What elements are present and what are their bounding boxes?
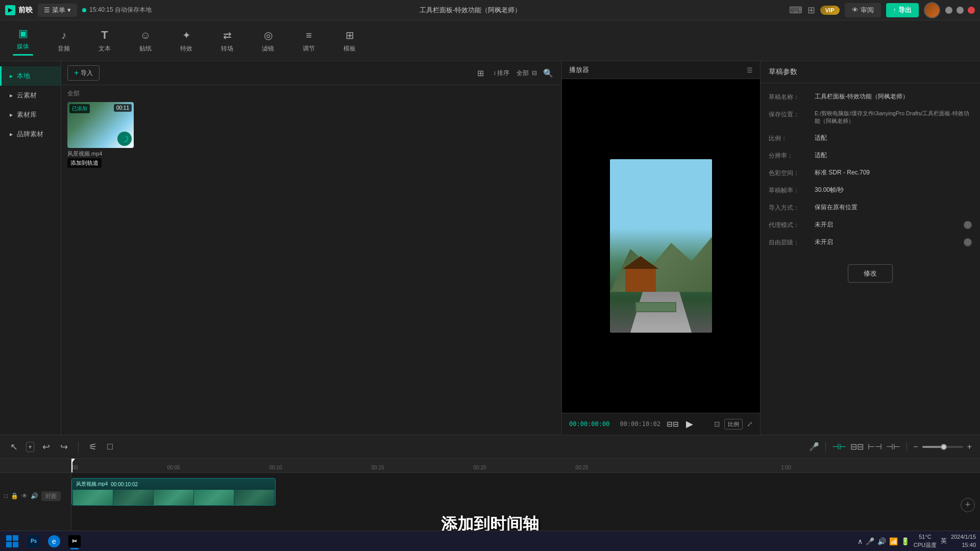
toolbar-item-filter[interactable]: ◎ 滤镜 — [255, 28, 281, 53]
clip-thumb-2 — [113, 490, 153, 506]
ruler-marks: 00:00 00:05 00:10 00:15 00:20 00:25 1:00 — [71, 459, 980, 472]
fullscreen-button[interactable]: ⤢ — [747, 420, 753, 428]
app-logo: ▶ 前映 — [5, 5, 33, 15]
zoom-slider[interactable] — [922, 446, 963, 448]
toolbar-item-effects[interactable]: ✦ 特效 — [174, 28, 199, 53]
tl-sep2 — [906, 442, 907, 452]
export-button[interactable]: ↑ 导出 — [886, 3, 919, 17]
toolbar-item-text[interactable]: T 文本 — [92, 28, 117, 53]
param-value-ratio: 适配 — [815, 134, 972, 142]
track-eye-button[interactable]: 👁 — [21, 492, 28, 499]
undo-button[interactable]: ↩ — [40, 439, 52, 455]
delete-button[interactable]: □ — [105, 439, 115, 454]
redo-button[interactable]: ↪ — [58, 439, 70, 455]
taskbar-app-capcut[interactable]: ✂ — [65, 532, 84, 550]
toolbar-item-media[interactable]: ▣ 媒体 — [10, 26, 36, 56]
sidebar-item-cloud[interactable]: ▶ 云素材 — [0, 86, 61, 105]
close-button[interactable] — [968, 7, 975, 14]
language-button[interactable]: 英 — [941, 537, 947, 545]
video-clip[interactable]: 风景视频.mp4 00:00:10:02 — [71, 478, 276, 506]
toolbar-item-audio[interactable]: ♪ 音频 — [51, 28, 77, 53]
battery-tray-icon[interactable]: 🔋 — [901, 537, 910, 545]
param-row-proxy: 代理模式： 未开启 ⓘ — [761, 216, 980, 234]
text-icon: T — [97, 28, 112, 42]
start-button[interactable] — [4, 533, 20, 549]
zoom-handle[interactable] — [941, 444, 947, 450]
player-video-area — [562, 79, 760, 413]
media-grid: 已添加 00:11 风景视频.mp4 添加到轨道 — [67, 102, 555, 158]
magnetic-split-button[interactable]: ⊣⊢ — [832, 442, 846, 452]
toolbar-item-transition[interactable]: ⇄ 转场 — [214, 28, 240, 53]
clip-thumb-5 — [234, 490, 274, 506]
sort-button[interactable]: ↕ 排序 — [490, 67, 512, 79]
track-lock-button[interactable]: □ — [4, 492, 8, 499]
add-track-button[interactable]: + — [961, 498, 975, 512]
modify-button[interactable]: 修改 — [848, 264, 893, 283]
ruler-mark-1: 00:05 — [167, 465, 180, 470]
toolbar-item-template[interactable]: ⊞ 模板 — [337, 28, 362, 53]
media-thumbnail[interactable]: 已添加 00:11 — [67, 102, 134, 148]
track-lock-icon[interactable]: 🔒 — [11, 492, 18, 499]
menu-button[interactable]: ☰ 菜单 ▾ — [38, 4, 77, 17]
review-button[interactable]: 👁 审阅 — [845, 3, 881, 17]
user-avatar[interactable] — [924, 2, 940, 18]
split-button[interactable]: ⚟ — [87, 439, 99, 455]
import-button[interactable]: + 导入 — [67, 65, 100, 81]
cursor-tool-button[interactable]: ↖ — [8, 439, 20, 455]
proxy-info-icon[interactable]: ⓘ — [964, 221, 972, 229]
layout-icon[interactable]: ⊞ — [807, 5, 815, 16]
param-row-import: 导入方式： 保留在原有位置 — [761, 199, 980, 216]
cursor-option-button[interactable]: ▾ — [26, 442, 34, 452]
sidebar-item-brand[interactable]: ▶ 品牌素材 — [0, 124, 61, 144]
track-audio-button[interactable]: 🔊 — [31, 492, 38, 499]
playhead[interactable] — [71, 459, 72, 472]
sidebar-item-local[interactable]: ▶ 本地 — [0, 66, 61, 86]
playhead-triangle — [71, 459, 75, 463]
media-toolbar-right: ⊞ ↕ 排序 全部 ⊟ 🔍 — [475, 66, 555, 80]
multi-track-button[interactable]: ⊣⊢ — [886, 442, 900, 452]
taskbar: Ps e ✂ ∧ 🎤 🔊 📶 🔋 51°C CPU温度 英 2024/1/15 … — [0, 531, 980, 551]
zoom-in-button[interactable]: + — [967, 442, 972, 452]
system-clock[interactable]: 2024/1/15 15:40 — [951, 533, 976, 549]
vip-badge[interactable]: VIP — [820, 6, 840, 15]
safe-area-button[interactable]: ⊡ — [714, 420, 720, 428]
house-element — [625, 266, 656, 292]
play-button[interactable]: ▶ — [685, 417, 694, 431]
search-button[interactable]: 🔍 — [541, 66, 555, 80]
clip-thumb-4 — [194, 490, 234, 506]
chevron-up-icon[interactable]: ∧ — [857, 537, 863, 545]
freelayer-info-icon[interactable]: ⓘ — [964, 238, 972, 246]
timeline-view-button[interactable]: ⊟⊟ — [666, 419, 680, 429]
taskbar-app-browser[interactable]: e — [45, 532, 63, 550]
taskbar-app-ps[interactable]: Ps — [24, 532, 43, 550]
wifi-tray-icon[interactable]: 📶 — [889, 537, 898, 545]
video-track-row: 风景视频.mp4 00:00:10:02 — [71, 474, 980, 510]
ratio-button[interactable]: 比例 — [724, 419, 743, 430]
all-filter-button[interactable]: 全部 ⊟ — [517, 69, 537, 78]
minimize-button[interactable] — [945, 7, 952, 14]
params-table: 草稿名称： 工具栏面板-特效功能（阿枫老师） 保存位置： E:/剪映电脑版/缓存… — [761, 83, 980, 256]
link-button[interactable]: ⊢⊣ — [868, 442, 882, 452]
param-row-name: 草稿名称： 工具栏面板-特效功能（阿枫老师） — [761, 88, 980, 106]
mic-button[interactable]: 🎤 — [809, 442, 819, 452]
toolbar-item-sticker[interactable]: ☺ 贴纸 — [133, 28, 158, 53]
maximize-button[interactable] — [957, 7, 964, 14]
param-label-ratio: 比例： — [769, 134, 810, 143]
param-label-proxy: 代理模式： — [769, 220, 810, 230]
capcut-icon: ✂ — [68, 535, 81, 547]
zoom-out-button[interactable]: − — [913, 442, 918, 452]
player-menu-icon[interactable]: ☰ — [747, 66, 753, 74]
video-frame — [610, 159, 712, 333]
app-name: 前映 — [18, 6, 33, 15]
snap-button[interactable]: ⊟⊟ — [850, 442, 864, 452]
taskbar-apps: Ps e ✂ — [24, 532, 84, 550]
speaker-tray-icon[interactable]: 🔊 — [877, 537, 886, 545]
tl-sep — [825, 442, 826, 452]
mic-tray-icon[interactable]: 🎤 — [866, 537, 874, 545]
cover-label[interactable]: 封面 — [41, 491, 61, 501]
sidebar-item-material[interactable]: ▶ 素材库 — [0, 105, 61, 124]
add-to-track-button[interactable] — [117, 132, 132, 146]
grid-view-button[interactable]: ⊞ — [475, 66, 486, 80]
toolbar-item-adjust[interactable]: ≡ 调节 — [296, 28, 322, 53]
clip-thumb-1 — [73, 490, 113, 506]
